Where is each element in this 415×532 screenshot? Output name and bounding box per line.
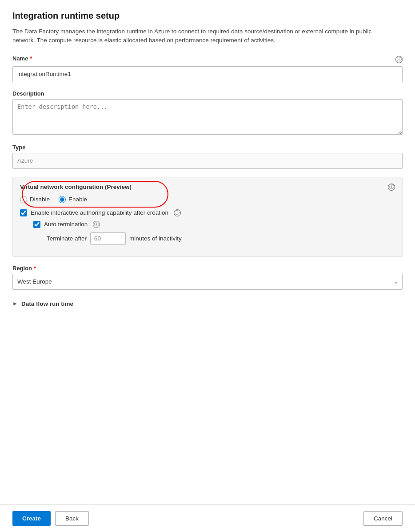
- auto-termination-checkbox-group: Auto termination ⓘ: [33, 221, 395, 228]
- page-description: The Data Factory manages the integration…: [12, 27, 395, 45]
- footer-left-buttons: Create Back: [12, 511, 89, 526]
- terminate-after-input[interactable]: [90, 232, 126, 245]
- description-label: Description: [12, 90, 403, 97]
- vnet-enable-radio[interactable]: Enable: [59, 196, 87, 203]
- vnet-section: Virtual network configuration (Preview) …: [12, 177, 403, 257]
- vnet-section-title: Virtual network configuration (Preview): [20, 184, 132, 190]
- auto-termination-checkbox[interactable]: [33, 221, 40, 228]
- vnet-disable-label: Disable: [30, 196, 50, 203]
- terminate-after-suffix: minutes of inactivity: [129, 235, 182, 242]
- name-info-icon[interactable]: ⓘ: [395, 56, 403, 63]
- auto-termination-label: Auto termination: [44, 221, 88, 228]
- name-label: Name *: [12, 55, 32, 62]
- data-flow-row[interactable]: ► Data flow run time: [12, 298, 403, 310]
- interactive-authoring-label: Enable interactive authoring capability …: [31, 209, 168, 216]
- region-field-group: Region * West Europe East US West US Nor…: [12, 265, 403, 290]
- type-label: Type: [12, 144, 403, 151]
- back-button[interactable]: Back: [55, 511, 89, 526]
- footer-bar: Create Back Cancel: [0, 504, 415, 532]
- vnet-disable-radio-input[interactable]: [20, 196, 27, 203]
- interactive-authoring-checkbox[interactable]: [20, 209, 27, 216]
- vnet-radio-group: Disable Enable: [20, 196, 395, 203]
- region-label: Region *: [12, 265, 403, 272]
- interactive-authoring-info-icon[interactable]: ⓘ: [174, 209, 181, 216]
- interactive-authoring-checkbox-group: Enable interactive authoring capability …: [20, 209, 395, 216]
- region-select-wrapper: West Europe East US West US North Europe…: [12, 274, 403, 290]
- auto-termination-group: Auto termination ⓘ Terminate after minut…: [33, 221, 395, 245]
- vnet-disable-radio[interactable]: Disable: [20, 196, 50, 203]
- create-button[interactable]: Create: [12, 511, 51, 526]
- data-flow-label: Data flow run time: [21, 300, 73, 307]
- data-flow-chevron-icon: ►: [12, 300, 18, 307]
- terminate-after-row: Terminate after minutes of inactivity: [47, 232, 395, 245]
- terminate-after-label: Terminate after: [47, 235, 87, 242]
- type-field-group: Type: [12, 144, 403, 169]
- name-input[interactable]: [12, 66, 403, 82]
- name-field-group: Name * ⓘ: [12, 55, 403, 82]
- vnet-enable-label: Enable: [68, 196, 87, 203]
- vnet-info-icon[interactable]: ⓘ: [388, 184, 395, 191]
- vnet-enable-radio-input[interactable]: [59, 196, 66, 203]
- description-field-group: Description: [12, 90, 403, 136]
- type-input: [12, 153, 403, 169]
- required-star-name: *: [30, 55, 32, 62]
- page-title: Integration runtime setup: [12, 11, 403, 21]
- auto-termination-info-icon[interactable]: ⓘ: [93, 221, 100, 228]
- description-textarea[interactable]: [12, 99, 403, 135]
- required-star-region: *: [34, 265, 36, 272]
- region-select[interactable]: West Europe East US West US North Europe…: [12, 274, 403, 290]
- cancel-button[interactable]: Cancel: [363, 511, 403, 526]
